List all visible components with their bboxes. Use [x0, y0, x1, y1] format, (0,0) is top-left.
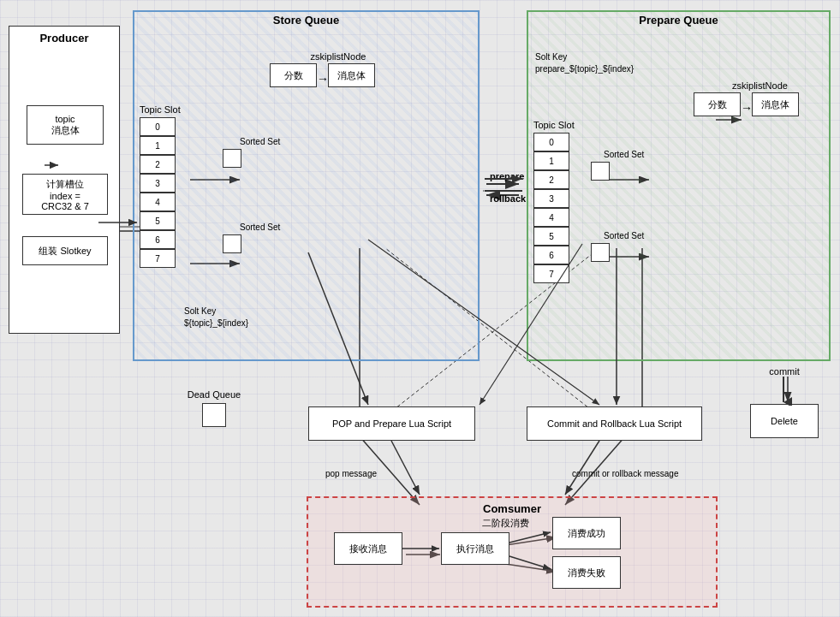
prep-slot-0: 0: [533, 133, 569, 151]
prep-sorted-set-2-label: Sorted Set: [604, 231, 644, 240]
store-slot-4: 4: [140, 193, 176, 211]
store-sorted-set-2-label: Sorted Set: [240, 222, 280, 232]
prepare-skiplist-arrow: →: [741, 101, 753, 115]
prep-slot-2: 2: [533, 170, 569, 189]
prep-slot-7: 7: [533, 264, 569, 283]
pop-message-label: pop message: [325, 469, 377, 478]
prep-slot-1: 1: [533, 151, 569, 170]
store-slot-2: 2: [140, 155, 176, 174]
store-skiplist-msg: 消息体: [328, 63, 375, 87]
store-skiplist-label: zskiplistNode: [270, 51, 407, 62]
producer-label: Producer: [9, 32, 119, 44]
prepare-key-label: Solt Keyprepare_${topic}_${index}: [535, 51, 634, 75]
prepare-skiplist-msg: 消息体: [752, 92, 799, 116]
canvas: Producer topic 消息体 计算槽位index =CRC32 & 7 …: [0, 0, 840, 617]
svg-line-33: [509, 532, 551, 543]
store-slot-7: 7: [140, 249, 176, 268]
store-slot-5: 5: [140, 211, 176, 230]
prep-slot-6: 6: [533, 246, 569, 264]
commit-rollback-message-label: commit or rollback message: [572, 469, 678, 478]
svg-line-34: [509, 556, 551, 569]
store-skiplist-score: 分数: [270, 63, 317, 87]
svg-line-40: [391, 441, 420, 495]
store-queue-label: Store Queue: [133, 14, 480, 27]
store-slot-6: 6: [140, 230, 176, 249]
prep-slot-5: 5: [533, 227, 569, 246]
topic-msg-box: topic 消息体: [27, 105, 104, 145]
pop-script-box: POP and Prepare Lua Script: [308, 406, 475, 441]
slotkey-box: 组装 Slotkey: [22, 236, 108, 265]
store-slot-0: 0: [140, 117, 176, 136]
prepare-skiplist-label: zskiplistNode: [694, 80, 826, 91]
producer-region: Producer topic 消息体 计算槽位index =CRC32 & 7 …: [9, 26, 120, 334]
store-queue-region: Store Queue zskiplistNode 分数 → 消息体 Topic…: [133, 10, 480, 361]
dead-queue-label: Dead Queue: [133, 389, 295, 400]
calc-box: 计算槽位index =CRC32 & 7: [22, 174, 108, 215]
consumer-region: Comsumer 二阶段消费 接收消息 执行消息 消费成功 消费失败: [307, 496, 718, 608]
dead-queue-region: Dead Queue: [133, 389, 295, 445]
prepare-queue-label: Prepare Queue: [527, 14, 831, 27]
store-key-label: Solt Key${topic}_${index}: [184, 306, 248, 329]
delete-box: Delete: [750, 404, 819, 438]
prep-slot-4: 4: [533, 208, 569, 227]
store-sorted-set-1-label: Sorted Set: [240, 137, 280, 146]
prepare-topic-slot-label: Topic Slot: [533, 120, 575, 130]
store-slot-1: 1: [140, 136, 176, 155]
prepare-rollback-arrows: [483, 167, 526, 214]
store-slot-3: 3: [140, 174, 176, 193]
store-skiplist-arrow: →: [317, 72, 329, 86]
prep-sorted-set-1-label: Sorted Set: [604, 150, 644, 159]
store-topic-slot-label: Topic Slot: [140, 104, 181, 115]
svg-line-41: [565, 441, 599, 495]
commit-arrow-label: commit: [750, 366, 819, 377]
prepare-skiplist-score: 分数: [694, 92, 741, 116]
prep-slot-3: 3: [533, 189, 569, 208]
prepare-queue-region: Prepare Queue Solt Keyprepare_${topic}_$…: [527, 10, 831, 361]
commit-rollback-script-box: Commit and Rollback Lua Script: [527, 406, 702, 441]
